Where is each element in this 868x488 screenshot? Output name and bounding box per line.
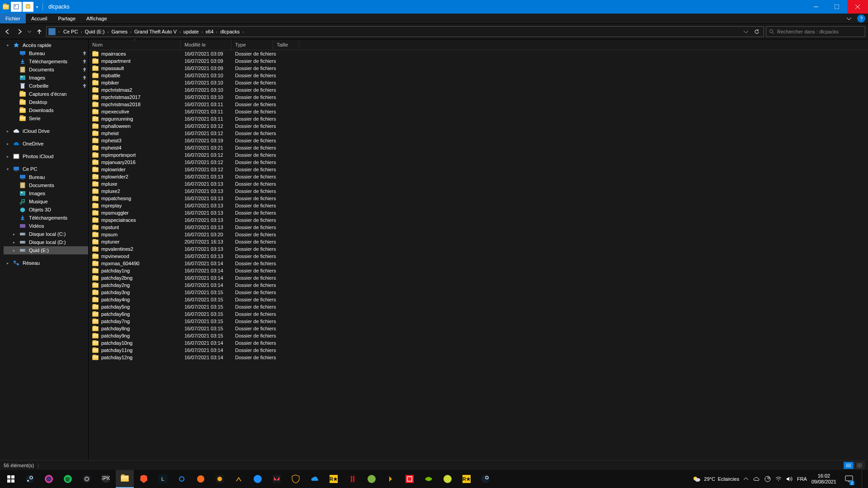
- tree-node-downloads[interactable]: Téléchargements: [4, 57, 88, 66]
- tab-view[interactable]: Affichage: [81, 14, 113, 23]
- folder-row[interactable]: mplowrider16/07/2021 03:12Dossier de fic…: [89, 166, 868, 173]
- breadcrumb-segment[interactable]: update: [182, 29, 201, 34]
- taskbar-app-pink-icon[interactable]: [40, 470, 58, 488]
- taskbar-app-gear-icon[interactable]: [78, 470, 96, 488]
- tree-node-screenshots[interactable]: Captures d'écran: [4, 90, 88, 98]
- tray-wifi-icon[interactable]: [775, 476, 782, 482]
- taskbar-ubisoft-icon[interactable]: [173, 470, 191, 488]
- taskbar-explorer-icon[interactable]: [116, 470, 134, 488]
- tree-node-pc_quide[interactable]: ▸Quid (E:): [4, 246, 88, 254]
- tree-node-serie[interactable]: Serie: [4, 114, 88, 122]
- tray-steam-icon[interactable]: [764, 476, 771, 482]
- nav-back-button[interactable]: [3, 27, 13, 37]
- maximize-button[interactable]: [826, 0, 847, 14]
- taskbar-amd-icon[interactable]: [401, 470, 419, 488]
- taskbar-rockstar2-icon[interactable]: R★: [458, 470, 476, 488]
- chevron-right-icon[interactable]: ›: [241, 30, 245, 34]
- folder-row[interactable]: mpimportexport16/07/2021 03:12Dossier de…: [89, 151, 868, 159]
- folder-row[interactable]: mplowrider216/07/2021 03:13Dossier de fi…: [89, 173, 868, 180]
- taskbar-spotify-icon[interactable]: [59, 470, 77, 488]
- folder-row[interactable]: mpassault16/07/2021 03:09Dossier de fich…: [89, 65, 868, 72]
- folder-row[interactable]: mpairraces16/07/2021 03:09Dossier de fic…: [89, 50, 868, 57]
- folder-row[interactable]: mpstunt16/07/2021 03:13Dossier de fichie…: [89, 224, 868, 231]
- expand-icon[interactable]: ▸: [5, 142, 10, 146]
- folder-row[interactable]: patchday5ng16/07/2021 03:15Dossier de fi…: [89, 303, 868, 310]
- tree-node-onedrive[interactable]: ▸OneDrive: [4, 140, 88, 148]
- taskbar-app-dark-icon[interactable]: [230, 470, 248, 488]
- help-icon[interactable]: ?: [857, 14, 865, 23]
- folder-row[interactable]: mpluxe216/07/2021 03:13Dossier de fichie…: [89, 188, 868, 195]
- tree-node-recycle[interactable]: Corbeille: [4, 82, 88, 90]
- tree-node-images[interactable]: Images: [4, 74, 88, 82]
- col-header-size[interactable]: Taille: [273, 39, 299, 50]
- folder-row[interactable]: patchday11ng16/07/2021 03:14Dossier de f…: [89, 347, 868, 354]
- nav-up-button[interactable]: [34, 27, 44, 37]
- nav-recent-dropdown[interactable]: [26, 27, 33, 37]
- folder-row[interactable]: mpexecutive16/07/2021 03:11Dossier de fi…: [89, 108, 868, 115]
- folder-row[interactable]: mpvalentines216/07/2021 03:13Dossier de …: [89, 245, 868, 253]
- folder-row[interactable]: patchday12ng16/07/2021 03:14Dossier de f…: [89, 354, 868, 361]
- taskbar-start-icon[interactable]: [2, 470, 20, 488]
- folder-row[interactable]: mpchristmas201716/07/2021 03:10Dossier d…: [89, 94, 868, 101]
- expand-icon[interactable]: ▸: [5, 261, 10, 265]
- folder-row[interactable]: patchday2ng16/07/2021 03:14Dossier de fi…: [89, 282, 868, 289]
- taskbar-rockstar1-icon[interactable]: R★: [325, 470, 343, 488]
- taskbar-lol-icon[interactable]: L: [154, 470, 172, 488]
- expand-icon[interactable]: ▸: [12, 240, 16, 244]
- breadcrumb-segment[interactable]: Grand Theft Auto V: [132, 29, 179, 34]
- tree-node-pc_docs[interactable]: Documents: [4, 181, 88, 189]
- qat-new-folder-button[interactable]: [23, 2, 33, 12]
- expand-icon[interactable]: ▾: [5, 167, 10, 171]
- tree-node-pc_3d[interactable]: Objets 3D: [4, 206, 88, 214]
- chevron-right-icon[interactable]: ›: [201, 30, 204, 34]
- search-input[interactable]: [777, 29, 862, 34]
- folder-row[interactable]: mpheist416/07/2021 03:21Dossier de fichi…: [89, 144, 868, 151]
- folder-row[interactable]: mpvinewood16/07/2021 03:13Dossier de fic…: [89, 253, 868, 260]
- chevron-right-icon[interactable]: ›: [179, 30, 182, 34]
- folder-row[interactable]: mpspecialraces16/07/2021 03:13Dossier de…: [89, 216, 868, 224]
- taskbar-app-orange2-icon[interactable]: [211, 470, 229, 488]
- folder-row[interactable]: patchday10ng16/07/2021 03:14Dossier de f…: [89, 339, 868, 347]
- tab-share[interactable]: Partage: [52, 14, 81, 23]
- taskbar-origin-icon[interactable]: [192, 470, 210, 488]
- taskbar-steam-icon[interactable]: [21, 470, 39, 488]
- taskbar-app-blue-icon[interactable]: [249, 470, 267, 488]
- taskbar-app-lemon-icon[interactable]: [439, 470, 457, 488]
- folder-row[interactable]: mpapartment16/07/2021 03:09Dossier de fi…: [89, 57, 868, 65]
- folder-row[interactable]: mpsum16/07/2021 03:20Dossier de fichiers: [89, 231, 868, 238]
- folder-row[interactable]: mpheist316/07/2021 03:19Dossier de fichi…: [89, 137, 868, 144]
- close-button[interactable]: [847, 0, 868, 14]
- folder-row[interactable]: patchday7ng16/07/2021 03:15Dossier de fi…: [89, 318, 868, 325]
- tree-node-pc_desktop[interactable]: Bureau: [4, 173, 88, 181]
- folder-row[interactable]: mpbiker16/07/2021 03:10Dossier de fichie…: [89, 79, 868, 86]
- taskbar-valorant-icon[interactable]: [268, 470, 286, 488]
- tray-clock[interactable]: 16:02 09/08/2021: [811, 473, 836, 485]
- tree-node-pc_dl[interactable]: Téléchargements: [4, 214, 88, 222]
- tree-node-icloud[interactable]: ▸iCloud Drive: [4, 127, 88, 135]
- folder-row[interactable]: mpreplay16/07/2021 03:13Dossier de fichi…: [89, 202, 868, 209]
- address-dropdown-icon[interactable]: [741, 29, 751, 34]
- taskbar-shield-icon[interactable]: [287, 470, 305, 488]
- tree-node-desktop[interactable]: Bureau: [4, 49, 88, 57]
- folder-row[interactable]: patchday4ng16/07/2021 03:15Dossier de fi…: [89, 296, 868, 303]
- tree-node-pc_music[interactable]: Musique: [4, 197, 88, 206]
- tree-node-pc_diskd[interactable]: ▸Disque local (D:): [4, 238, 88, 246]
- chevron-right-icon[interactable]: ›: [129, 30, 132, 34]
- refresh-button[interactable]: [752, 29, 762, 34]
- folder-row[interactable]: mppatchesng16/07/2021 03:13Dossier de fi…: [89, 195, 868, 202]
- folder-row[interactable]: mpsmuggler16/07/2021 03:13Dossier de fic…: [89, 209, 868, 216]
- tree-node-pc_videos[interactable]: Vidéos: [4, 222, 88, 230]
- col-header-type[interactable]: Type: [231, 39, 273, 50]
- tree-node-desktop2[interactable]: Desktop: [4, 98, 88, 106]
- tray-onedrive-icon[interactable]: [753, 476, 760, 482]
- folder-row[interactable]: mpjanuary201616/07/2021 03:12Dossier de …: [89, 159, 868, 166]
- folder-row[interactable]: patchday8ng16/07/2021 03:15Dossier de fi…: [89, 325, 868, 332]
- folder-row[interactable]: mpluxe16/07/2021 03:13Dossier de fichier…: [89, 180, 868, 188]
- folder-row[interactable]: patchday9ng16/07/2021 03:15Dossier de fi…: [89, 332, 868, 339]
- tree-node-quick[interactable]: ▾Accès rapide: [4, 41, 88, 49]
- tree-node-documents[interactable]: Documents: [4, 66, 88, 74]
- qat-properties-button[interactable]: [11, 2, 22, 12]
- folder-row[interactable]: mpgunrunning16/07/2021 03:11Dossier de f…: [89, 115, 868, 122]
- col-header-modified[interactable]: Modifié le: [181, 39, 231, 50]
- taskbar-onedrive2-icon[interactable]: [306, 470, 324, 488]
